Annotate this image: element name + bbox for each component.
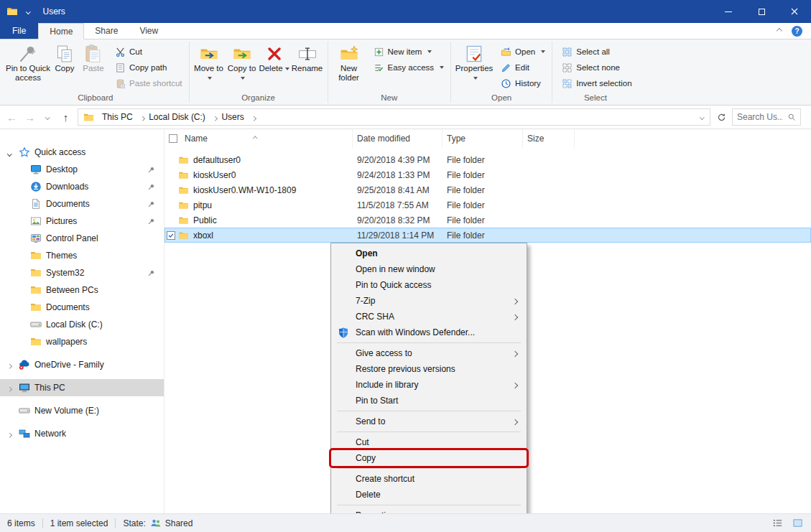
- context-menu-item-crc-sha[interactable]: CRC SHA: [331, 309, 527, 325]
- sidebar-item-onedrive-family[interactable]: OneDrive - Family: [0, 356, 164, 373]
- up-button[interactable]: ↑: [57, 108, 75, 126]
- tab-file[interactable]: File: [0, 23, 38, 39]
- folder-icon: [30, 284, 42, 296]
- sidebar-item-new-volume-e[interactable]: New Volume (E:): [0, 402, 164, 419]
- breadcrumb-item-local-disk-c[interactable]: Local Disk (C:): [144, 112, 208, 122]
- sidebar-item-control-panel[interactable]: Control Panel: [0, 230, 164, 247]
- file-row-public[interactable]: Public9/20/2018 8:32 PMFile folder: [164, 213, 811, 228]
- tab-share[interactable]: Share: [84, 23, 129, 39]
- select-all-button[interactable]: Select all: [558, 44, 635, 60]
- open-button[interactable]: Open: [497, 44, 549, 60]
- rename-button[interactable]: Rename: [290, 42, 325, 73]
- file-row-defaultuser0[interactable]: defaultuser09/20/2018 4:39 PMFile folder: [164, 152, 811, 167]
- new-item-button[interactable]: New item: [370, 44, 448, 60]
- invert-selection-button[interactable]: Invert selection: [558, 75, 635, 91]
- cut-button[interactable]: Cut: [111, 44, 186, 60]
- search-input[interactable]: [737, 112, 783, 122]
- sidebar-item-this-pc[interactable]: This PC: [0, 379, 164, 396]
- delete-button[interactable]: Delete: [259, 42, 290, 73]
- sidebar-item-wallpapers[interactable]: wallpapers: [0, 333, 164, 350]
- address-dropdown-caret-icon[interactable]: [694, 116, 710, 119]
- sidebar-item-network[interactable]: Network: [0, 425, 164, 442]
- dropdown-caret-icon: [440, 66, 444, 69]
- column-header-name[interactable]: Name: [164, 129, 353, 148]
- address-box[interactable]: This PCLocal Disk (C:)Users: [78, 108, 710, 126]
- context-menu-item-pin-to-start[interactable]: Pin to Start: [331, 393, 527, 409]
- context-menu-item-label: Delete: [356, 490, 381, 500]
- refresh-button[interactable]: [713, 108, 730, 126]
- context-menu-item-give-access-to[interactable]: Give access to: [331, 345, 527, 361]
- sidebar-item-documents[interactable]: Documents: [0, 195, 164, 213]
- column-header-type[interactable]: Type: [442, 129, 523, 148]
- sidebar-item-themes[interactable]: Themes: [0, 247, 164, 264]
- minimize-button[interactable]: [712, 0, 745, 23]
- column-header-date-modified[interactable]: Date modified: [353, 129, 442, 148]
- context-menu-item-pin-to-quick-access[interactable]: Pin to Quick access: [331, 277, 527, 293]
- folder-icon: [30, 250, 42, 261]
- history-button[interactable]: History: [497, 75, 549, 91]
- collapse-ribbon-icon[interactable]: [777, 28, 782, 34]
- sidebar-item-documents[interactable]: Documents: [0, 299, 164, 316]
- row-checkbox[interactable]: [167, 231, 175, 240]
- star-icon: [19, 146, 30, 158]
- select-none-button[interactable]: Select none: [558, 60, 635, 75]
- sidebar-item-downloads[interactable]: Downloads: [0, 178, 164, 195]
- sidebar-item-desktop[interactable]: Desktop: [0, 161, 164, 178]
- file-row-xboxl[interactable]: xboxl11/29/2018 1:14 PMFile folder: [164, 228, 811, 243]
- context-menu-item-7-zip[interactable]: 7-Zip: [331, 293, 527, 309]
- tab-home[interactable]: Home: [38, 23, 84, 39]
- breadcrumb-item-users[interactable]: Users: [216, 112, 246, 122]
- large-icons-view-button[interactable]: [788, 515, 807, 531]
- context-menu-item-delete[interactable]: Delete: [331, 487, 527, 503]
- customize-toolbar-caret-icon[interactable]: [27, 10, 30, 14]
- sidebar-item-pictures[interactable]: Pictures: [0, 213, 164, 230]
- context-menu-item-send-to[interactable]: Send to: [331, 414, 527, 429]
- sidebar-item-between-pcs[interactable]: Between PCs: [0, 281, 164, 299]
- chevron-right-icon[interactable]: [8, 429, 11, 439]
- select-all-checkbox[interactable]: [169, 134, 177, 143]
- chevron-down-icon[interactable]: [8, 147, 11, 157]
- sidebar-item-system32[interactable]: System32: [0, 264, 164, 281]
- forward-button[interactable]: →: [21, 108, 39, 126]
- edit-button[interactable]: Edit: [497, 60, 549, 75]
- chevron-right-icon[interactable]: [8, 383, 11, 393]
- help-icon[interactable]: ?: [792, 26, 802, 37]
- breadcrumb-item-this-pc[interactable]: This PC: [97, 112, 136, 122]
- details-view-button[interactable]: [768, 515, 787, 531]
- context-menu-item-create-shortcut[interactable]: Create shortcut: [331, 471, 527, 487]
- context-menu-item-open-in-new-window[interactable]: Open in new window: [331, 261, 527, 277]
- recent-locations-caret-icon[interactable]: [39, 108, 57, 126]
- column-header-size[interactable]: Size: [523, 129, 575, 148]
- file-row-kioskuser0[interactable]: kioskUser09/24/2018 1:33 PMFile folder: [164, 167, 811, 182]
- move-to-button[interactable]: Move to: [193, 42, 226, 83]
- context-menu-item-scan-with-windows-defender[interactable]: Scan with Windows Defender...: [331, 325, 527, 340]
- context-menu-item-include-in-library[interactable]: Include in library: [331, 377, 527, 393]
- maximize-button[interactable]: [745, 0, 778, 23]
- tab-view[interactable]: View: [129, 23, 169, 39]
- context-menu-item-restore-previous-versions[interactable]: Restore previous versions: [331, 361, 527, 377]
- file-row-kioskuser0-wm-w10-1809[interactable]: kioskUser0.WM-W10-18099/25/2018 8:41 AMF…: [164, 182, 811, 197]
- file-row-pitpu[interactable]: pitpu11/5/2018 7:55 AMFile folder: [164, 197, 811, 213]
- copy-path-button[interactable]: Copy path: [111, 60, 186, 75]
- context-menu-item-copy[interactable]: Copy: [331, 450, 527, 466]
- properties-button[interactable]: Properties: [454, 42, 494, 83]
- context-menu-item-cut[interactable]: Cut: [331, 434, 527, 450]
- chevron-right-icon[interactable]: [8, 360, 11, 370]
- context-menu-item-properties[interactable]: Properties: [331, 508, 527, 513]
- pin-to-quick-access-button[interactable]: Pin to Quick access: [5, 42, 51, 83]
- close-button[interactable]: [778, 0, 811, 23]
- paste-shortcut-button[interactable]: Paste shortcut: [111, 75, 186, 91]
- paste-button[interactable]: Paste: [78, 42, 108, 73]
- sidebar-item-quick-access[interactable]: Quick access: [0, 144, 164, 161]
- breadcrumb-separator-icon[interactable]: [252, 112, 256, 122]
- button-label: Easy access: [388, 63, 435, 72]
- search-icon[interactable]: [783, 113, 800, 121]
- copy-to-button[interactable]: Copy to: [226, 42, 259, 83]
- new-folder-button[interactable]: New folder: [331, 42, 367, 83]
- context-menu-item-open[interactable]: Open: [331, 246, 527, 261]
- sidebar-item-local-disk-c[interactable]: Local Disk (C:): [0, 316, 164, 333]
- dropdown-caret-icon: [285, 67, 289, 70]
- copy-button[interactable]: Copy: [51, 42, 78, 73]
- back-button[interactable]: ←: [3, 108, 21, 126]
- easy-access-button[interactable]: Easy access: [370, 60, 448, 75]
